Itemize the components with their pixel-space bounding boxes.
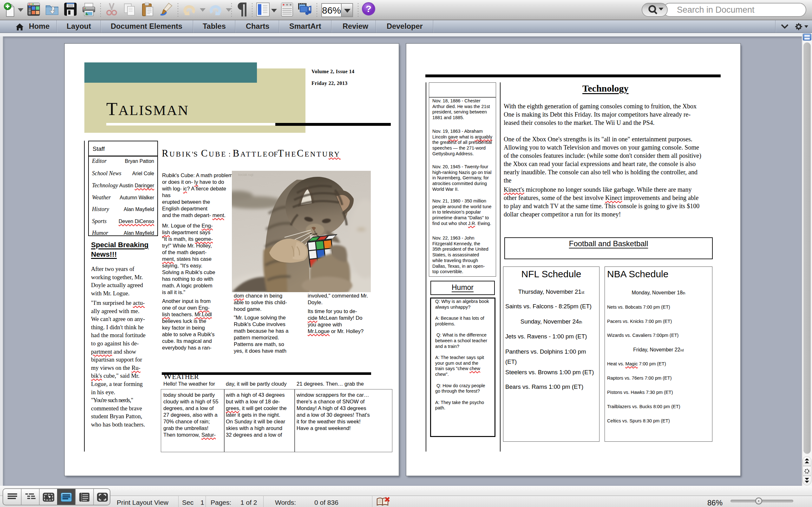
svg-text:?: ? — [366, 3, 371, 14]
svg-text:kociak rugi: kociak rugi — [238, 173, 253, 176]
